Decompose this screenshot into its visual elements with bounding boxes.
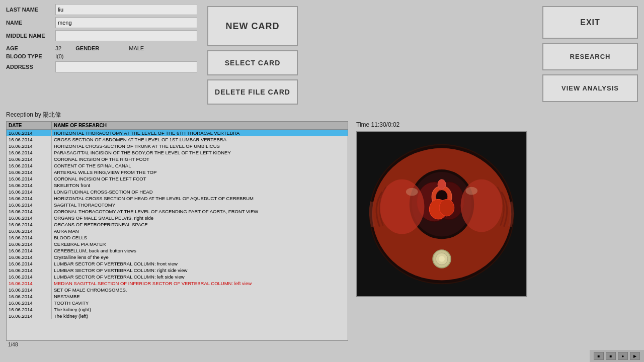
list-item-name: LONGITUDINAL CROSS-SECTION OF HEAD bbox=[52, 189, 348, 195]
time-display: Time 11:30/0:02 bbox=[356, 121, 638, 128]
list-item-name: HORIZONTAL THORACOTOMY AT THE LEVEL OF T… bbox=[52, 130, 348, 136]
svg-point-15 bbox=[439, 256, 445, 262]
list-item[interactable]: 16.06.2014ORGANS OF RETROPERITONEAL SPAC… bbox=[7, 221, 348, 228]
list-item[interactable]: 16.06.2014CROSS SECTION OF ABDOMEN AT TH… bbox=[7, 136, 348, 143]
list-item-date: 16.06.2014 bbox=[7, 306, 52, 313]
exit-button[interactable]: EXIT bbox=[542, 6, 638, 39]
list-item-name: Crystalline lens of the eye bbox=[52, 254, 348, 260]
list-item-date: 16.06.2014 bbox=[7, 234, 52, 241]
taskbar-item-2[interactable]: ■ bbox=[606, 352, 616, 360]
list-item[interactable]: 16.06.2014CEREBRAL PIA MATER bbox=[7, 241, 348, 247]
list-item-date: 16.06.2014 bbox=[7, 149, 52, 156]
list-item[interactable]: 16.06.2014NESTAMBE bbox=[7, 293, 348, 300]
list-item[interactable]: 16.06.2014The kidney (right) bbox=[7, 306, 348, 313]
list-item-name: CEREBRAL PIA MATER bbox=[52, 241, 348, 247]
svg-point-12 bbox=[439, 199, 454, 216]
select-card-button[interactable]: SELECT CARD bbox=[207, 50, 298, 75]
list-item-name: AURA MAN bbox=[52, 228, 348, 234]
blood-type-label: BLOOD TYPE bbox=[6, 53, 51, 59]
list-item-name: ARTERIAL WILLS RING,VIEW FROM THE TOP bbox=[52, 169, 348, 175]
list-item-name: LUMBAR SECTOR OF VERTEBRAL COLUMN: left … bbox=[52, 274, 348, 280]
list-item[interactable]: 16.06.2014SAGITTAL THORACOTOMY bbox=[7, 202, 348, 208]
research-list-body[interactable]: 16.06.2014HORIZONTAL THORACOTOMY AT THE … bbox=[6, 130, 348, 341]
list-item-date: 16.06.2014 bbox=[7, 228, 52, 234]
taskbar: ■ ■ ● ▶ bbox=[590, 350, 644, 362]
delete-card-button[interactable]: DELETE FILE CARD bbox=[207, 79, 298, 105]
research-list-container: DATE NAME OF RESEARCH 16.06.2014HORIZONT… bbox=[6, 121, 348, 348]
list-item-name: CORONAL INCISION OF THE LEFT FOOT bbox=[52, 175, 348, 182]
svg-point-18 bbox=[438, 179, 446, 190]
right-panel: Time 11:30/0:02 bbox=[356, 121, 638, 348]
list-item-date: 16.06.2014 bbox=[7, 182, 52, 189]
list-item-date: 16.06.2014 bbox=[7, 202, 52, 208]
list-item-date: 16.06.2014 bbox=[7, 260, 52, 267]
list-item-name: ORGANS OF MALE SMALL PELVIS, right side bbox=[52, 215, 348, 221]
research-button[interactable]: RESEARCH bbox=[542, 43, 638, 70]
list-item[interactable]: 16.06.2014CONTENT OF THE SPINAL CANAL bbox=[7, 162, 348, 169]
list-item-date: 16.06.2014 bbox=[7, 169, 52, 175]
list-item[interactable]: 16.06.2014BLOOD CELLS bbox=[7, 234, 348, 241]
gender-label: GENDER bbox=[75, 45, 121, 51]
list-item-date: 16.06.2014 bbox=[7, 241, 52, 247]
address-row: ADDRESS bbox=[6, 61, 197, 72]
list-item-date: 16.06.2014 bbox=[7, 274, 52, 280]
taskbar-item-4[interactable]: ▶ bbox=[630, 352, 640, 360]
list-item-date: 16.06.2014 bbox=[7, 293, 52, 300]
blood-type-row: BLOOD TYPE I(0) bbox=[6, 53, 197, 59]
list-item-date: 16.06.2014 bbox=[7, 195, 52, 202]
list-item[interactable]: 16.06.2014Crystalline lens of the eye bbox=[7, 254, 348, 260]
list-item[interactable]: 16.06.2014HORIZONTAL CROSS-SECTION OF TR… bbox=[7, 143, 348, 149]
taskbar-item-3[interactable]: ● bbox=[618, 352, 628, 360]
list-item-date: 16.06.2014 bbox=[7, 280, 52, 287]
anatomy-svg bbox=[357, 132, 526, 296]
address-input[interactable] bbox=[55, 61, 197, 72]
list-item[interactable]: 16.06.2014PARASAGITTAL INCISION OF THE B… bbox=[7, 149, 348, 156]
list-item[interactable]: 16.06.2014The kidney (left) bbox=[7, 313, 348, 319]
list-item[interactable]: 16.06.2014CORONAL INCISION OF THE RIGHT … bbox=[7, 156, 348, 162]
svg-point-16 bbox=[406, 188, 418, 196]
list-item-date: 16.06.2014 bbox=[7, 215, 52, 221]
list-item[interactable]: 16.06.2014AURA MAN bbox=[7, 228, 348, 234]
new-card-button[interactable]: NEW CARD bbox=[207, 6, 298, 46]
list-item-date: 16.06.2014 bbox=[7, 189, 52, 195]
age-value: 32 bbox=[55, 45, 61, 51]
list-item[interactable]: 16.06.2014CORONAL THORACOTOMY AT THE LEV… bbox=[7, 208, 348, 215]
name-label: NAME bbox=[6, 20, 51, 26]
reception-title: Reception by 陽北偉 bbox=[6, 111, 61, 118]
list-item[interactable]: 16.06.2014LUMBAR SECTOR OF VERTEBRAL COL… bbox=[7, 267, 348, 274]
list-item[interactable]: 16.06.2014HORIZONTAL CROSS SECTION OF HE… bbox=[7, 195, 348, 202]
middle-name-input[interactable] bbox=[55, 30, 197, 41]
list-item-name: CROSS SECTION OF ABDOMEN AT THE LEVEL OF… bbox=[52, 136, 348, 143]
view-analysis-button[interactable]: VIEW ANALYSIS bbox=[542, 74, 638, 102]
middle-name-label: MIDDLE NAME bbox=[6, 33, 51, 39]
list-item[interactable]: 16.06.2014CORONAL INCISION OF THE LEFT F… bbox=[7, 175, 348, 182]
list-item-name: SKELETON front bbox=[52, 182, 348, 189]
col-date-header: DATE bbox=[7, 122, 52, 129]
list-item[interactable]: 16.06.2014LUMBAR SECTOR OF VERTEBRAL COL… bbox=[7, 274, 348, 280]
list-item[interactable]: 16.06.2014ARTERIAL WILLS RING,VIEW FROM … bbox=[7, 169, 348, 175]
list-item[interactable]: 16.06.2014LUMBAR SECTOR OF VERTEBRAL COL… bbox=[7, 260, 348, 267]
list-item[interactable]: 16.06.2014CEREBELLUM, back and button vi… bbox=[7, 247, 348, 254]
list-item-name: CONTENT OF THE SPINAL CANAL bbox=[52, 162, 348, 169]
col-name-header: NAME OF RESEARCH bbox=[52, 122, 348, 129]
list-item[interactable]: 16.06.2014LONGITUDINAL CROSS-SECTION OF … bbox=[7, 189, 348, 195]
list-item-name: The kidney (left) bbox=[52, 313, 348, 319]
list-item-date: 16.06.2014 bbox=[7, 267, 52, 274]
list-item-date: 16.06.2014 bbox=[7, 208, 52, 215]
list-item-date: 16.06.2014 bbox=[7, 313, 52, 319]
taskbar-item-1[interactable]: ■ bbox=[594, 352, 604, 360]
list-item[interactable]: 16.06.2014TOOTH CAVITY bbox=[7, 300, 348, 306]
list-item[interactable]: 16.06.2014MEDIAN SAGITTAL SECTION OF INF… bbox=[7, 280, 348, 287]
list-item-name: CEREBELLUM, back and button views bbox=[52, 247, 348, 254]
list-item[interactable]: 16.06.2014ORGANS OF MALE SMALL PELVIS, r… bbox=[7, 215, 348, 221]
list-item[interactable]: 16.06.2014SET OF MALE CHROMOSOMES. bbox=[7, 287, 348, 293]
bottom-content: DATE NAME OF RESEARCH 16.06.2014HORIZONT… bbox=[0, 121, 644, 348]
gender-value: MALE bbox=[129, 45, 144, 51]
list-item[interactable]: 16.06.2014HORIZONTAL THORACOTOMY AT THE … bbox=[7, 130, 348, 136]
list-item[interactable]: 16.06.2014SKELETON front bbox=[7, 182, 348, 189]
center-buttons: NEW CARD SELECT CARD DELETE FILE CARD bbox=[207, 4, 298, 105]
last-name-input[interactable] bbox=[55, 4, 197, 15]
name-input[interactable] bbox=[55, 17, 197, 28]
list-header: DATE NAME OF RESEARCH bbox=[6, 121, 348, 130]
age-label: AGE bbox=[6, 45, 51, 51]
